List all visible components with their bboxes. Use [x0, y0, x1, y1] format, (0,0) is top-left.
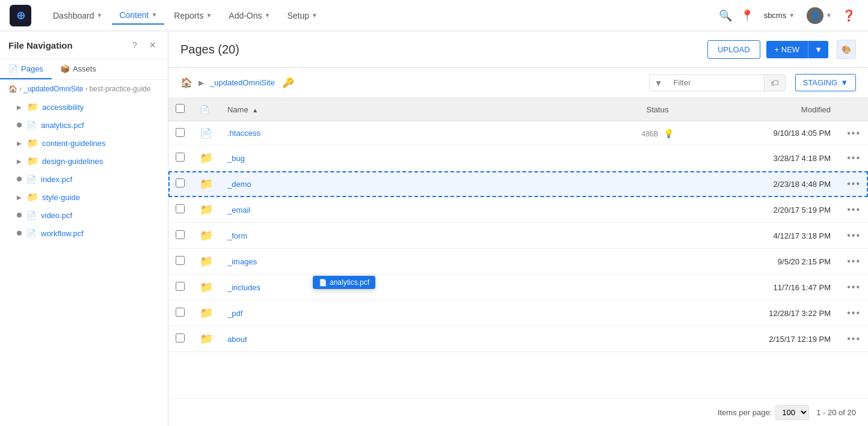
folder-icon: 📁 — [26, 102, 38, 112]
user-menu[interactable]: sbcms ▼ — [759, 8, 799, 22]
row-checkbox[interactable] — [176, 308, 185, 317]
row-name-link[interactable]: _pdf — [227, 309, 242, 318]
actions-header — [838, 98, 868, 121]
row-actions-menu[interactable]: ••• — [847, 256, 861, 266]
upload-button[interactable]: UPLOAD — [707, 40, 760, 59]
row-name-link[interactable]: .htaccess — [227, 129, 260, 138]
staging-label: STAGING — [803, 78, 838, 87]
sidebar-item-label[interactable]: index.pcf — [41, 175, 72, 184]
row-actions-menu[interactable]: ••• — [847, 308, 861, 318]
avatar: 👤 — [807, 7, 823, 24]
row-status — [597, 275, 718, 300]
row-name-link[interactable]: about — [227, 335, 247, 344]
select-all-checkbox[interactable] — [176, 104, 185, 113]
expand-arrow-icon: ▶ — [17, 194, 26, 201]
row-checkbox[interactable] — [176, 128, 185, 137]
sidebar-item-index[interactable]: 📄 index.pcf — [0, 170, 168, 188]
row-actions-menu[interactable]: ••• — [847, 333, 861, 344]
row-checkbox[interactable] — [176, 230, 185, 239]
avatar-menu[interactable]: 👤 ▼ — [802, 5, 837, 26]
row-actions-menu[interactable]: ••• — [847, 282, 861, 292]
nav-setup[interactable]: Setup ▼ — [280, 7, 325, 24]
row-name-link[interactable]: _form — [227, 231, 247, 240]
key-icon[interactable]: 🔑 — [282, 77, 294, 88]
sidebar-item-analytics[interactable]: 📄 analytics.pcf — [0, 116, 168, 134]
layout: File Navigation ? ✕ 📄 Pages 📦 Assets 🏠 ›… — [0, 31, 868, 426]
row-checkbox[interactable] — [176, 153, 185, 162]
row-name-link[interactable]: _email — [227, 205, 250, 215]
row-actions-menu[interactable]: ••• — [847, 153, 861, 163]
file-type-icon: 📄 — [200, 105, 209, 114]
chevron-down-icon: ▼ — [826, 12, 832, 19]
tab-pages[interactable]: 📄 Pages — [0, 59, 52, 79]
nav-dashboard[interactable]: Dashboard ▼ — [46, 7, 109, 24]
sidebar-item-label[interactable]: video.pcf — [41, 211, 72, 220]
staging-button[interactable]: STAGING ▼ — [795, 74, 856, 91]
filter-tag-icon[interactable]: 🏷 — [764, 75, 785, 91]
home-breadcrumb-icon[interactable]: 🏠 — [8, 85, 17, 93]
sidebar-item-design-guidelines[interactable]: ▶ 📁 design-guidelines — [0, 152, 168, 170]
home-icon[interactable]: 🏠 — [180, 77, 192, 88]
sidebar-item-style-guide[interactable]: ▶ 📁 style-guide — [0, 188, 168, 206]
top-nav: ⊕ Dashboard ▼ Content ▼ Reports ▼ Add-On… — [0, 0, 868, 31]
folder-icon: 📁 — [26, 156, 38, 166]
table-row: 📁 _includes 11/7/16 1:47 PM ••• — [168, 275, 868, 300]
folder-icon: 📁 — [26, 192, 38, 202]
row-actions-menu[interactable]: ••• — [847, 128, 861, 138]
workflow-dot — [17, 213, 22, 218]
row-checkbox[interactable] — [176, 333, 185, 342]
sidebar-item-label[interactable]: workflow.pcf — [41, 229, 84, 238]
sidebar-item-label[interactable]: content-guidelines — [42, 139, 106, 148]
row-name-link[interactable]: _demo — [227, 180, 251, 189]
logo[interactable]: ⊕ — [10, 5, 31, 26]
row-actions-menu[interactable]: ••• — [847, 230, 861, 240]
workflow-dot — [17, 231, 22, 236]
new-button-label[interactable]: + NEW — [766, 41, 809, 58]
file-icon: 📄 — [200, 128, 212, 138]
table-row: 📁 about 2/15/17 12:19 PM ••• — [168, 326, 868, 352]
modified-header: Modified — [718, 98, 838, 121]
folder-icon: 📁 — [26, 138, 38, 148]
sidebar-item-workflow[interactable]: 📄 workflow.pcf — [0, 224, 168, 242]
sidebar-item-label[interactable]: accessibility — [42, 103, 84, 112]
page-title: Pages (20) — [180, 43, 239, 56]
nav-addons[interactable]: Add-Ons ▼ — [221, 7, 277, 24]
search-icon[interactable]: 🔍 — [716, 6, 735, 25]
help-sidebar-icon[interactable]: ? — [128, 38, 141, 52]
breadcrumb-site[interactable]: _updatedOmniSite — [23, 85, 83, 93]
new-button-arrow[interactable]: ▼ — [808, 41, 828, 58]
per-page-selector: Items per page: 100 50 25 — [718, 405, 809, 420]
row-status — [597, 326, 718, 352]
row-checkbox[interactable] — [176, 178, 185, 187]
sidebar-item-label[interactable]: analytics.pcf — [41, 121, 84, 130]
location-icon[interactable]: 📍 — [737, 6, 757, 25]
sidebar-item-video[interactable]: 📄 video.pcf — [0, 206, 168, 224]
name-header[interactable]: Name ▲ — [220, 98, 597, 121]
close-sidebar-icon[interactable]: ✕ — [146, 38, 159, 52]
new-button[interactable]: + NEW ▼ — [766, 41, 828, 58]
row-checkbox[interactable] — [176, 282, 185, 291]
expand-arrow-icon: ▶ — [17, 104, 26, 111]
row-name-link[interactable]: _images — [227, 257, 257, 266]
row-checkbox[interactable] — [176, 256, 185, 265]
row-actions-menu[interactable]: ••• — [847, 204, 861, 215]
sidebar-item-content-guidelines[interactable]: ▶ 📁 content-guidelines — [0, 134, 168, 152]
filter-input[interactable] — [668, 75, 764, 90]
row-name-link[interactable]: _includes — [227, 283, 260, 292]
help-icon[interactable]: ❓ — [839, 6, 858, 25]
sidebar-item-label[interactable]: design-guidelines — [42, 157, 103, 166]
row-checkbox[interactable] — [176, 204, 185, 213]
tab-assets[interactable]: 📦 Assets — [52, 59, 105, 79]
nav-content[interactable]: Content ▼ — [112, 7, 164, 25]
row-name-link[interactable]: _bug — [227, 154, 245, 163]
filter-icon: ▼ — [650, 75, 668, 91]
customize-icon[interactable]: 🎨 — [837, 40, 856, 59]
row-modified: 11/7/16 1:47 PM — [718, 275, 838, 300]
sidebar-item-accessibility[interactable]: ▶ 📁 accessibility — [0, 98, 168, 116]
table-row: 📁 _bug 3/28/17 4:18 PM ••• — [168, 145, 868, 171]
per-page-select[interactable]: 100 50 25 — [775, 405, 809, 420]
sidebar-item-label[interactable]: style-guide — [42, 193, 80, 202]
row-actions-menu[interactable]: ••• — [847, 178, 861, 189]
nav-reports[interactable]: Reports ▼ — [167, 7, 219, 24]
toolbar-path[interactable]: _updatedOmniSite — [210, 78, 275, 87]
